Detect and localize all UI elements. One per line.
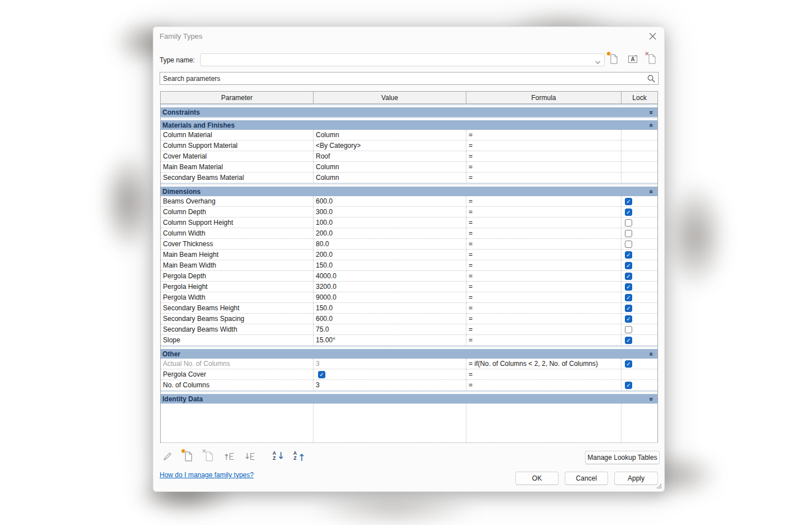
section-header-dimensions[interactable]: Dimensions« [161, 187, 657, 196]
parameter-formula[interactable]: = [466, 130, 622, 140]
parameter-value[interactable]: 200.0 [314, 228, 466, 238]
parameter-value[interactable]: 600.0 [314, 196, 466, 206]
parameter-formula[interactable]: = [466, 162, 622, 172]
parameter-formula[interactable]: = [466, 292, 622, 302]
type-name-combobox[interactable] [200, 53, 605, 66]
parameter-formula[interactable]: = [466, 250, 622, 260]
help-link[interactable]: How do I manage family types? [160, 471, 253, 479]
lock-checkbox[interactable] [625, 219, 632, 227]
section-title: Materials and Finishes [162, 121, 235, 129]
parameter-row: Beams Overhang600.0=✓ [161, 196, 657, 207]
section-header-constraints[interactable]: Constraints» [161, 107, 657, 117]
chevron-down-icon[interactable] [595, 58, 601, 66]
parameter-value[interactable]: 9000.0 [314, 292, 466, 302]
new-type-icon[interactable]: ✸ [606, 52, 621, 67]
rename-type-icon[interactable]: A [625, 52, 640, 67]
parameter-row: Pergola Height3200.0=✓ [161, 282, 657, 292]
parameter-formula[interactable]: = [466, 369, 622, 379]
parameter-value[interactable]: Column [314, 173, 466, 183]
lock-checkbox[interactable]: ✓ [625, 360, 632, 368]
parameter-value[interactable]: 3 [314, 359, 466, 369]
cancel-button[interactable]: Cancel [565, 472, 608, 485]
delete-type-icon[interactable]: ✕ [645, 52, 659, 67]
expand-chevron-icon: « [649, 352, 655, 356]
parameter-value[interactable]: <By Category> [314, 141, 466, 151]
parameter-formula[interactable]: = [466, 239, 622, 249]
edit-parameter-icon[interactable] [161, 450, 174, 463]
sort-descending-icon[interactable]: AZ [292, 450, 306, 463]
manage-lookup-tables-button[interactable]: Manage Lookup Tables [585, 451, 660, 464]
parameter-formula[interactable]: = [466, 196, 622, 206]
parameter-row: Actual No. of Columns3= if(No. of Column… [161, 359, 657, 369]
type-name-label: Type name: [160, 56, 195, 64]
parameter-formula[interactable]: = [466, 141, 622, 151]
parameter-formula[interactable]: = if(No. of Columns < 2, 2, No. of Colum… [466, 359, 622, 369]
lock-checkbox[interactable]: ✓ [625, 382, 632, 389]
delete-parameter-icon[interactable]: ✕ [202, 450, 216, 463]
section-header-materials-and-finishes[interactable]: Materials and Finishes« [161, 120, 657, 130]
parameter-value[interactable]: 100.0 [314, 218, 466, 228]
lock-checkbox[interactable]: ✓ [625, 305, 632, 312]
parameter-formula[interactable]: = [466, 303, 622, 313]
parameter-formula[interactable]: = [466, 228, 622, 238]
resize-grip[interactable] [656, 483, 661, 488]
parameter-value[interactable]: 4000.0 [314, 271, 466, 281]
sort-ascending-icon[interactable]: AZ [271, 450, 285, 463]
parameter-value[interactable]: 200.0 [314, 250, 466, 260]
parameter-value[interactable]: ✓ [314, 369, 466, 379]
lock-checkbox[interactable] [625, 230, 632, 237]
lock-checkbox[interactable]: ✓ [625, 209, 632, 216]
type-name-input[interactable] [203, 55, 592, 65]
parameter-formula[interactable]: = [466, 282, 622, 292]
parameter-value[interactable]: Column [314, 162, 466, 172]
parameter-lock-cell [622, 141, 657, 151]
search-parameters-box[interactable] [160, 72, 659, 85]
parameter-formula[interactable]: = [466, 324, 622, 334]
lock-checkbox[interactable]: ✓ [625, 337, 632, 344]
parameter-formula[interactable]: = [466, 173, 622, 183]
parameter-value[interactable]: 3200.0 [314, 282, 466, 292]
lock-checkbox[interactable]: ✓ [625, 251, 632, 259]
search-input[interactable] [163, 73, 645, 84]
lock-checkbox[interactable]: ✓ [625, 273, 632, 280]
parameter-value[interactable]: Column [314, 130, 466, 140]
parameters-table: Parameter Value Formula Lock Constraints… [160, 91, 658, 443]
parameter-lock-cell [622, 151, 657, 161]
section-header-identity-data[interactable]: Identity Data» [161, 394, 657, 404]
lock-checkbox[interactable]: ✓ [625, 262, 632, 269]
parameter-formula[interactable]: = [466, 218, 622, 228]
parameter-formula[interactable]: = [466, 314, 622, 324]
parameter-formula[interactable]: = [466, 260, 622, 270]
move-parameter-down-icon[interactable] [244, 450, 257, 463]
parameter-value[interactable]: 600.0 [314, 314, 466, 324]
section-header-other[interactable]: Other« [161, 349, 657, 359]
parameter-formula[interactable]: = [466, 271, 622, 281]
parameter-value[interactable]: 150.0 [314, 303, 466, 313]
lock-checkbox[interactable] [625, 326, 632, 333]
close-icon[interactable] [644, 29, 661, 43]
parameter-value[interactable]: 150.0 [314, 260, 466, 270]
parameter-value[interactable]: Roof [314, 151, 466, 161]
parameter-formula[interactable]: = [466, 207, 622, 217]
parameter-lock-cell [622, 130, 657, 140]
lock-checkbox[interactable]: ✓ [625, 198, 632, 205]
parameter-name: Secondary Beams Width [161, 324, 314, 334]
parameter-value[interactable]: 300.0 [314, 207, 466, 217]
lock-checkbox[interactable] [625, 241, 632, 248]
parameter-value[interactable]: 75.0 [314, 324, 466, 334]
parameter-formula[interactable]: = [466, 335, 622, 345]
lock-checkbox[interactable]: ✓ [625, 315, 632, 323]
parameter-formula[interactable]: = [466, 151, 622, 161]
lock-checkbox[interactable]: ✓ [625, 283, 632, 291]
ok-button[interactable]: OK [515, 472, 559, 485]
apply-button[interactable]: Apply [614, 472, 658, 485]
parameter-value[interactable]: 80.0 [314, 239, 466, 249]
parameter-value[interactable]: 15.00° [314, 335, 466, 345]
move-parameter-up-icon[interactable] [223, 450, 237, 463]
expand-chevron-icon: « [649, 189, 655, 193]
value-checkbox[interactable]: ✓ [318, 371, 325, 378]
parameter-value[interactable]: 3 [314, 380, 466, 390]
parameter-formula[interactable]: = [466, 380, 622, 390]
lock-checkbox[interactable]: ✓ [625, 294, 632, 301]
new-parameter-icon[interactable]: ✸ [182, 450, 195, 463]
